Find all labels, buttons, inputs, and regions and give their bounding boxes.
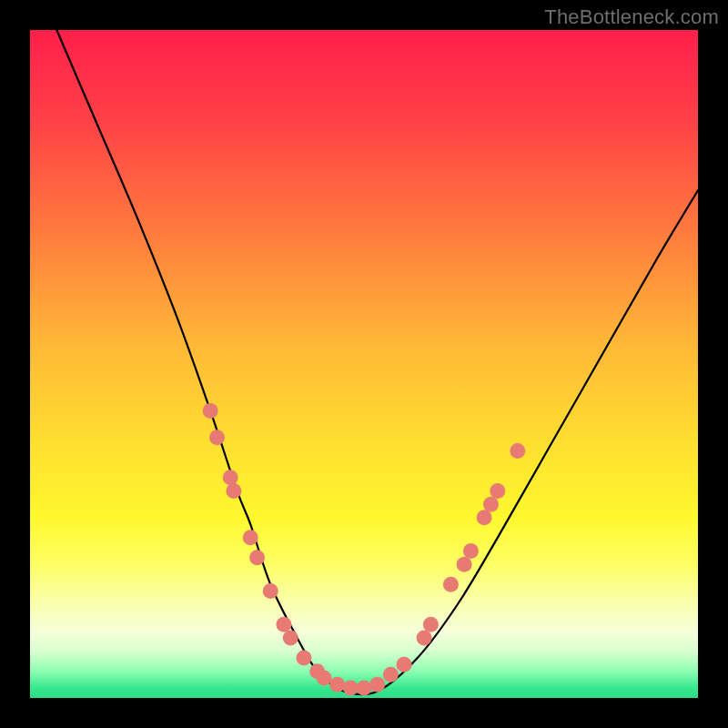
data-point-marker	[383, 667, 399, 682]
data-point-marker	[203, 403, 218, 419]
data-point-marker	[296, 650, 311, 665]
data-point-marker	[343, 680, 359, 695]
data-point-marker	[357, 680, 372, 695]
data-point-marker	[477, 510, 492, 525]
data-point-marker	[463, 543, 479, 559]
data-point-marker	[423, 617, 439, 632]
data-point-marker	[283, 630, 298, 645]
data-point-marker	[483, 497, 499, 512]
chart-frame: TheBottleneck.com	[0, 0, 728, 728]
watermark-text: TheBottleneck.com	[544, 5, 719, 29]
data-point-marker	[443, 577, 459, 592]
data-point-marker	[263, 583, 278, 599]
data-point-marker	[417, 630, 432, 645]
data-point-marker	[329, 677, 345, 693]
data-point-marker	[226, 483, 241, 499]
data-point-marker	[369, 677, 385, 693]
data-point-marker	[490, 483, 505, 499]
data-point-markers	[203, 403, 526, 696]
data-point-marker	[397, 657, 412, 672]
data-point-marker	[243, 530, 258, 545]
curve-layer	[30, 30, 698, 698]
plot-area	[30, 30, 698, 698]
data-point-marker	[276, 617, 291, 632]
data-point-marker	[510, 443, 525, 459]
data-point-marker	[457, 557, 472, 572]
data-point-marker	[316, 670, 331, 685]
data-point-marker	[249, 550, 265, 565]
data-point-marker	[223, 470, 238, 485]
bottleneck-curve	[56, 30, 698, 694]
data-point-marker	[209, 430, 225, 445]
